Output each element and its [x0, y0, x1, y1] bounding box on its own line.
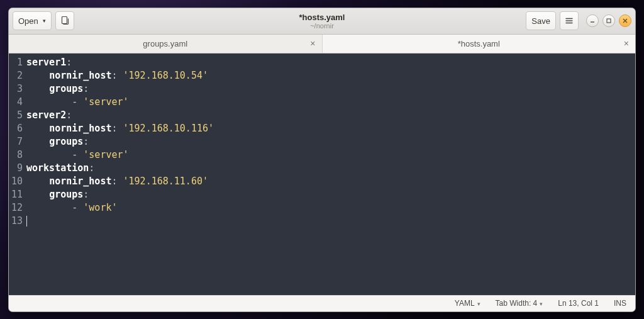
svg-rect-0	[62, 17, 67, 24]
chevron-down-icon: ▾	[43, 18, 46, 24]
code-line[interactable]: - 'server'	[26, 96, 635, 109]
line-number: 1	[9, 56, 23, 69]
editor-area[interactable]: 12345678910111213 server1: nornir_host: …	[9, 53, 635, 295]
line-number: 8	[9, 148, 23, 162]
status-cursor-position: Ln 13, Col 1	[558, 299, 599, 308]
tab-groups-yaml[interactable]: groups.yaml ×	[9, 35, 323, 53]
code-line[interactable]: - 'work'	[26, 201, 635, 215]
line-number-gutter: 12345678910111213	[9, 53, 25, 295]
hamburger-icon	[565, 16, 574, 25]
line-number: 10	[9, 175, 23, 188]
hamburger-menu-button[interactable]	[560, 11, 579, 30]
tab-hosts-yaml[interactable]: *hosts.yaml ×	[323, 35, 636, 53]
window-subtitle: ~/nornir	[310, 22, 334, 30]
tab-label: groups.yaml	[143, 39, 187, 48]
status-language[interactable]: YAML	[455, 299, 480, 308]
svg-rect-1	[607, 19, 611, 23]
line-number: 6	[9, 122, 23, 135]
status-bar: YAML Tab Width: 4 Ln 13, Col 1 INS	[9, 295, 635, 311]
open-button-label: Open	[18, 16, 38, 26]
line-number: 2	[9, 69, 23, 82]
tab-bar: groups.yaml × *hosts.yaml ×	[9, 35, 635, 53]
code-line[interactable]: groups:	[26, 82, 635, 96]
code-line[interactable]: groups:	[26, 135, 635, 148]
code-line[interactable]: server1:	[26, 56, 635, 69]
code-line[interactable]: server2:	[26, 109, 635, 122]
line-number: 4	[9, 96, 23, 109]
window-minimize-button[interactable]	[586, 14, 599, 27]
code-line[interactable]: groups:	[26, 188, 635, 201]
window-maximize-button[interactable]	[602, 14, 615, 27]
status-tab-width[interactable]: Tab Width: 4	[496, 299, 543, 308]
line-number: 11	[9, 188, 23, 201]
line-number: 13	[9, 215, 23, 228]
code-line[interactable]	[26, 215, 635, 228]
code-line[interactable]: workstation:	[26, 162, 635, 175]
code-content[interactable]: server1: nornir_host: '192.168.10.54' gr…	[25, 53, 635, 295]
new-document-icon	[60, 16, 70, 26]
save-button[interactable]: Save	[526, 11, 556, 30]
editor-window: Open ▾ *hosts.yaml ~/nornir Save	[8, 8, 636, 312]
window-close-button[interactable]	[619, 14, 631, 27]
close-icon	[622, 18, 628, 24]
open-button[interactable]: Open ▾	[13, 11, 52, 30]
status-insert-mode: INS	[614, 299, 626, 308]
window-title: *hosts.yaml	[299, 13, 345, 22]
tab-close-button[interactable]: ×	[624, 38, 629, 48]
line-number: 12	[9, 201, 23, 215]
line-number: 3	[9, 82, 23, 96]
tab-label: *hosts.yaml	[458, 39, 500, 48]
maximize-icon	[606, 18, 612, 24]
line-number: 5	[9, 109, 23, 122]
save-button-label: Save	[531, 16, 550, 26]
code-line[interactable]: nornir_host: '192.168.11.60'	[26, 175, 635, 188]
code-line[interactable]: - 'server'	[26, 148, 635, 162]
line-number: 9	[9, 162, 23, 175]
minimize-icon	[589, 18, 596, 24]
tab-close-button[interactable]: ×	[310, 38, 315, 48]
new-document-button[interactable]	[55, 11, 74, 30]
line-number: 7	[9, 135, 23, 148]
titlebar: Open ▾ *hosts.yaml ~/nornir Save	[9, 8, 635, 35]
code-line[interactable]: nornir_host: '192.168.10.116'	[26, 122, 635, 135]
code-line[interactable]: nornir_host: '192.168.10.54'	[26, 69, 635, 82]
